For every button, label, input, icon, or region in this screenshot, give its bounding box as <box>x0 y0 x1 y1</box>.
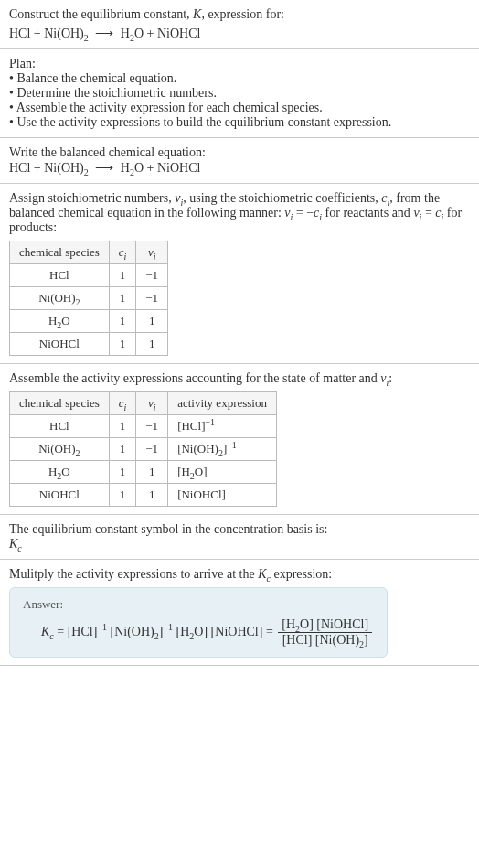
text: O] [NiOHCl] <box>300 617 368 631</box>
table-row: NiOHCl 1 1 [NiOHCl] <box>10 484 277 507</box>
text: [Ni(OH) <box>177 442 218 455</box>
activity-cell: [H2O] <box>168 461 277 484</box>
ci-cell: 1 <box>109 438 136 461</box>
sub: i <box>154 402 156 413</box>
balanced-equation: HCl + Ni(OH)2 ⟶ H2O + NiOHCl <box>9 160 470 176</box>
species-cell: HCl <box>10 264 110 287</box>
col-ci: ci <box>109 241 136 264</box>
sup: −1 <box>97 622 107 632</box>
text: [HCl] <box>177 419 205 433</box>
text: HCl + Ni(OH) <box>9 27 84 40</box>
plan-bullet: • Determine the stoichiometric numbers. <box>9 86 470 101</box>
plan-bullet: • Use the activity expressions to build … <box>9 115 470 130</box>
numerator: [H2O] [NiOHCl] <box>278 617 372 633</box>
nui-cell: 1 <box>136 333 168 356</box>
col-nui: νi <box>136 392 168 415</box>
text: H <box>48 465 57 478</box>
rhs: H2O + NiOHCl <box>121 27 201 40</box>
text: Ni(OH) <box>38 291 75 305</box>
text: for reactants and <box>322 206 413 220</box>
species-cell: H2O <box>10 461 110 484</box>
sup: −1 <box>227 440 237 450</box>
text: Mulitply the activity expressions to arr… <box>9 567 258 581</box>
text: HCl + Ni(OH) <box>9 161 84 175</box>
denominator: [HCl] [Ni(OH)2] <box>278 633 372 648</box>
sub: 2 <box>84 33 89 43</box>
nui-cell: −1 <box>136 415 168 438</box>
term: [H <box>176 625 190 638</box>
text: O + NiOHCl <box>134 27 200 40</box>
k: K <box>258 567 266 581</box>
term: [HCl] <box>68 625 98 638</box>
plan-bullet: • Balance the chemical equation. <box>9 71 470 86</box>
multiply-section: Mulitply the activity expressions to arr… <box>0 560 479 666</box>
prompt-line: Construct the equilibrium constant, K, e… <box>9 7 470 22</box>
eq: = <box>54 625 68 638</box>
activity-title: Assemble the activity expressions accoun… <box>9 371 470 386</box>
sub: c <box>17 543 21 553</box>
col-species: chemical species <box>10 392 110 415</box>
term: O] <box>194 625 208 638</box>
sup: −1 <box>163 622 173 632</box>
eq: = <box>262 625 276 638</box>
k-symbol: K <box>193 7 201 21</box>
text: Construct the equilibrium constant, <box>9 7 193 21</box>
stoichiometric-section: Assign stoichiometric numbers, νi, using… <box>0 184 479 364</box>
species-cell: NiOHCl <box>10 333 110 356</box>
species-cell: H2O <box>10 310 110 333</box>
fraction: [H2O] [NiOHCl][HCl] [Ni(OH)2] <box>278 617 372 648</box>
symbol-line: The equilibrium constant symbol in the c… <box>9 522 470 537</box>
text: [H <box>282 617 295 631</box>
arrow-icon: ⟶ <box>91 26 117 41</box>
text: O] <box>195 465 208 478</box>
text: , expression for: <box>201 7 284 21</box>
col-activity: activity expression <box>168 392 277 415</box>
activity-cell: [NiOHCl] <box>168 484 277 507</box>
nui-cell: 1 <box>136 484 168 507</box>
text: H <box>121 27 130 40</box>
ci-cell: 1 <box>109 287 136 310</box>
text: : <box>389 371 392 385</box>
nui-cell: −1 <box>136 264 168 287</box>
col-ci: ci <box>109 392 136 415</box>
text: Assemble the activity expressions accoun… <box>9 371 380 385</box>
eq: = − <box>293 206 314 220</box>
balanced-equation-section: Write the balanced chemical equation: HC… <box>0 138 479 184</box>
sub: 2 <box>76 297 80 307</box>
stoichiometric-table: chemical species ci νi HCl 1 −1 Ni(OH)2 … <box>9 241 168 356</box>
term: [NiOHCl] <box>211 625 263 638</box>
ci-cell: 1 <box>109 461 136 484</box>
nui-cell: −1 <box>136 287 168 310</box>
activity-cell: [Ni(OH)2]−1 <box>168 438 277 461</box>
table-row: H2O 1 1 <box>10 310 168 333</box>
table-header-row: chemical species ci νi <box>10 241 168 264</box>
table-row: NiOHCl 1 1 <box>10 333 168 356</box>
problem-statement: Construct the equilibrium constant, K, e… <box>0 0 479 49</box>
sub: i <box>124 252 127 262</box>
rhs: H2O + NiOHCl <box>121 161 201 175</box>
plan-section: Plan: • Balance the chemical equation. •… <box>0 49 479 138</box>
sub: 2 <box>84 167 89 177</box>
nui-cell: −1 <box>136 438 168 461</box>
sup: −1 <box>205 417 215 427</box>
kc-symbol: Kc <box>9 537 470 552</box>
text: H <box>48 314 57 327</box>
text: ] <box>364 633 368 647</box>
table-header-row: chemical species ci νi activity expressi… <box>10 392 277 415</box>
arrow-icon: ⟶ <box>91 160 117 176</box>
lhs: HCl + Ni(OH)2 <box>9 27 89 40</box>
answer-equation: Kc = [HCl]−1 [Ni(OH)2]−1 [H2O] [NiOHCl] … <box>23 617 374 648</box>
ci-cell: 1 <box>109 310 136 333</box>
lhs: HCl + Ni(OH)2 <box>9 161 89 175</box>
symbol-section: The equilibrium constant symbol in the c… <box>0 515 479 560</box>
k: K <box>41 625 49 638</box>
species-cell: HCl <box>10 415 110 438</box>
activity-cell: [HCl]−1 <box>168 415 277 438</box>
unbalanced-equation: HCl + Ni(OH)2 ⟶ H2O + NiOHCl <box>9 26 470 41</box>
sub: i <box>124 402 127 413</box>
activity-table: chemical species ci νi activity expressi… <box>9 391 277 507</box>
eq: = <box>421 206 435 220</box>
species-cell: NiOHCl <box>10 484 110 507</box>
text: expression: <box>271 567 332 581</box>
activity-section: Assemble the activity expressions accoun… <box>0 364 479 515</box>
